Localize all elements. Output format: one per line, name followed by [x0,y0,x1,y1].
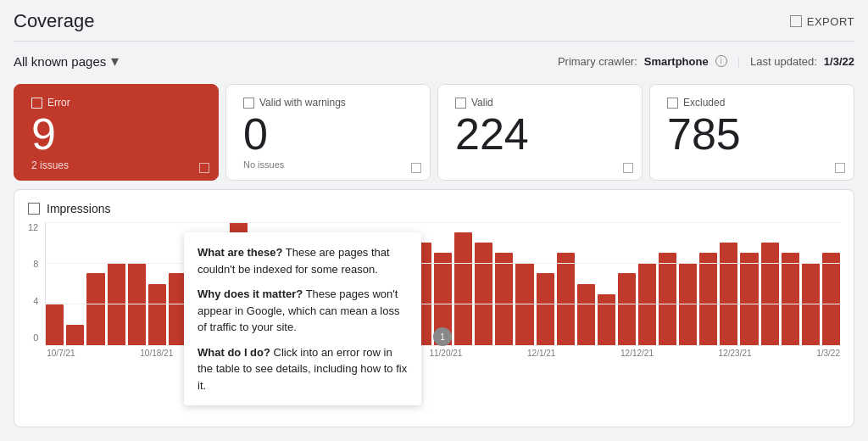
chart-header: Impressions [28,202,840,215]
bar-21 [475,243,492,345]
pages-dropdown[interactable]: All known pages ▾ [14,52,119,70]
warnings-card-header: Valid with warnings [243,97,413,109]
impressions-label: Impressions [47,202,110,215]
warnings-card-title: Valid with warnings [259,97,346,109]
excluded-card-title: Excluded [683,97,725,109]
export-checkbox-icon [790,15,802,27]
chart-area: Impressions 12 8 4 0 10/7/ [14,189,854,427]
last-updated-label: Last updated: [750,55,817,68]
warnings-card-subtitle: No issues [243,159,413,170]
export-button[interactable]: EXPORT [790,15,854,28]
valid-card-value: 224 [455,112,625,156]
page-wrapper: Coverage EXPORT All known pages ▾ Primar… [0,0,868,441]
valid-card-title: Valid [471,97,493,109]
cards-row: Error 9 2 issues Valid with warnings 0 N… [14,84,854,181]
excluded-card-header: Excluded [667,97,837,109]
y-label-4: 4 [33,296,38,306]
tooltip-q1-bold: What are these? [198,246,282,259]
error-card-header: Error [31,97,201,109]
header: Coverage EXPORT [14,0,854,42]
tooltip-q2: Why does it matter? These pages won't ap… [198,286,408,336]
x-label-6: 12/12/21 [620,349,654,358]
bar-27 [598,294,615,345]
bar-36 [782,253,799,345]
excluded-expand-icon [835,163,845,173]
tooltip-q2-bold: Why does it matter? [198,287,303,300]
warnings-card-value: 0 [243,112,413,156]
tooltip-q3: What do I do? Click into an error row in… [198,344,408,394]
bar-31 [679,263,697,345]
bar-3 [108,263,125,345]
error-card-subtitle: 2 issues [31,159,201,171]
bar-34 [740,253,758,345]
x-label-1: 10/18/21 [140,349,173,358]
bar-1 [66,325,84,345]
tooltip-q1: What are these? These are pages that cou… [198,244,408,277]
sub-header: All known pages ▾ Primary crawler: Smart… [14,50,854,72]
excluded-checkbox-icon [667,98,678,109]
dropdown-arrow-icon: ▾ [111,52,119,70]
tooltip: What are these? These are pages that cou… [184,232,421,405]
bar-22 [495,253,513,345]
bar-32 [699,253,717,345]
valid-card-header: Valid [455,97,625,109]
warnings-card[interactable]: Valid with warnings 0 No issues [225,84,431,181]
bar-4 [128,263,146,345]
error-card-value: 9 [31,112,201,156]
grid-line-top [46,222,840,223]
primary-crawler-value: Smartphone [644,55,709,68]
bar-5 [148,284,166,346]
bar-38 [822,253,840,345]
x-label-5: 12/1/21 [527,349,555,358]
primary-crawler-label: Primary crawler: [558,55,637,68]
last-updated-value: 1/3/22 [824,55,854,68]
bar-25 [557,253,575,345]
y-label-12: 12 [28,222,38,232]
excluded-card-value: 785 [667,112,837,156]
x-axis: 10/7/21 10/18/21 10/29/21 11/9/21 11/20/… [45,349,840,358]
valid-checkbox-icon [455,98,466,109]
crawler-info-icon[interactable]: i [715,55,727,67]
bar-37 [802,263,820,345]
bar-26 [577,284,595,346]
bar-20 [454,232,472,345]
x-label-0: 10/7/21 [47,349,75,358]
valid-card[interactable]: Valid 224 [437,84,643,181]
bar-29 [638,263,656,345]
dropdown-label: All known pages [14,54,106,69]
tooltip-q3-bold: What do I do? [198,346,270,359]
bar-35 [761,243,779,345]
error-checkbox-icon [31,98,42,109]
y-axis: 12 8 4 0 [28,222,45,358]
valid-expand-icon [623,163,633,173]
x-label-8: 1/3/22 [816,349,840,358]
chart-body: 12 8 4 0 10/7/21 10/18/21 10/29 [28,222,840,358]
excluded-card[interactable]: Excluded 785 [649,84,854,181]
page-title: Coverage [14,10,94,32]
bar-28 [618,273,636,345]
x-label-4: 11/20/21 [429,349,462,358]
bar-0 [46,304,64,345]
bar-30 [659,253,676,345]
bars-container: 10/7/21 10/18/21 10/29/21 11/9/21 11/20/… [45,222,840,358]
error-expand-icon [199,163,209,173]
bar-23 [515,263,533,345]
x-label-7: 12/23/21 [719,349,752,358]
separator: | [737,55,740,68]
error-card[interactable]: Error 9 2 issues [14,84,219,181]
export-label: EXPORT [807,15,854,28]
bar-33 [720,243,737,345]
bar-2 [86,273,104,345]
impressions-checkbox-icon [28,203,40,215]
y-label-0: 0 [33,332,38,343]
crawler-info: Primary crawler: Smartphone i | Last upd… [558,55,854,68]
warnings-checkbox-icon [243,98,254,109]
bar-24 [537,273,554,345]
warnings-expand-icon [411,163,421,173]
y-label-8: 8 [33,259,38,269]
error-card-title: Error [47,97,70,109]
timeline-dot[interactable]: 1 [433,327,452,346]
